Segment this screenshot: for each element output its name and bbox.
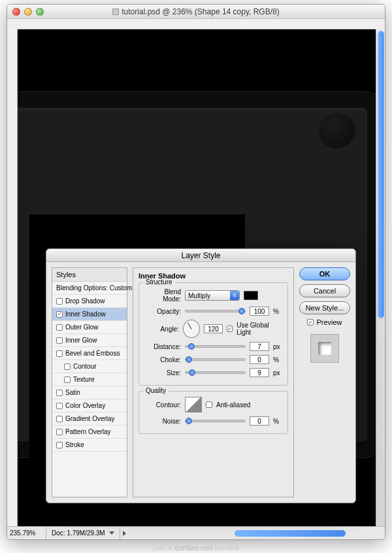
cancel-button[interactable]: Cancel bbox=[299, 284, 350, 297]
noise-label: Noise: bbox=[144, 418, 181, 425]
style-item-label: Pattern Overlay bbox=[65, 428, 110, 435]
style-item-label: Color Overlay bbox=[65, 402, 105, 409]
style-item-color-overlay[interactable]: Color Overlay bbox=[52, 399, 127, 412]
style-item-label: Contour bbox=[73, 363, 97, 370]
style-item-drop-shadow[interactable]: Drop Shadow bbox=[52, 295, 127, 308]
style-checkbox[interactable] bbox=[56, 416, 63, 422]
opacity-field[interactable]: 100 bbox=[250, 307, 269, 316]
noise-slider[interactable] bbox=[185, 420, 246, 422]
style-item-label: Outer Glow bbox=[65, 324, 99, 331]
style-item-label: Stroke bbox=[65, 441, 84, 448]
zoom-field[interactable]: 235.79% bbox=[7, 527, 46, 539]
scrollbar-horizontal-thumb[interactable] bbox=[235, 530, 346, 537]
angle-field[interactable]: 120 bbox=[204, 324, 222, 333]
styles-header[interactable]: Styles bbox=[52, 268, 127, 282]
style-item-inner-glow[interactable]: Inner Glow bbox=[52, 334, 127, 347]
chevron-right-icon[interactable] bbox=[123, 531, 126, 536]
style-item-outer-glow[interactable]: Outer Glow bbox=[52, 321, 127, 334]
anti-aliased-label: Anti-aliased bbox=[216, 401, 250, 409]
style-checkbox[interactable] bbox=[56, 350, 63, 357]
contour-picker[interactable] bbox=[185, 397, 202, 412]
style-item-contour[interactable]: Contour bbox=[52, 360, 127, 373]
contour-label: Contour: bbox=[144, 401, 181, 409]
styles-list: Styles Blending Options: Custom Drop Sha… bbox=[52, 267, 127, 497]
style-item-label: Inner Glow bbox=[65, 337, 97, 344]
style-checkbox[interactable] bbox=[56, 429, 63, 435]
window-title: tutorial.psd @ 236% (Shape 14 copy, RGB/… bbox=[122, 7, 279, 16]
size-field[interactable]: 9 bbox=[250, 368, 269, 377]
choke-label: Choke: bbox=[144, 356, 181, 363]
style-checkbox[interactable] bbox=[56, 390, 63, 396]
global-light-label: Use Global Light bbox=[237, 322, 282, 336]
choke-slider[interactable] bbox=[185, 358, 246, 361]
preview-checkbox[interactable] bbox=[307, 319, 314, 326]
document-icon bbox=[112, 8, 119, 15]
noise-field[interactable]: 0 bbox=[250, 416, 269, 426]
titlebar: tutorial.psd @ 236% (Shape 14 copy, RGB/… bbox=[7, 5, 385, 19]
choke-field[interactable]: 0 bbox=[250, 355, 269, 364]
opacity-label: Opacity: bbox=[144, 308, 181, 315]
structure-legend: Structure bbox=[143, 278, 175, 286]
angle-label: Angle: bbox=[144, 326, 179, 333]
style-item-inner-shadow[interactable]: Inner Shadow bbox=[52, 308, 127, 321]
chevron-updown-icon: ⇅ bbox=[230, 291, 239, 300]
angle-dial[interactable] bbox=[183, 320, 201, 338]
style-item-gradient-overlay[interactable]: Gradient Overlay bbox=[52, 412, 127, 426]
preview-label: Preview bbox=[316, 318, 342, 326]
watermark: post at iconfans.com iconfans bbox=[0, 545, 392, 552]
anti-aliased-checkbox[interactable] bbox=[206, 401, 212, 408]
style-item-satin[interactable]: Satin bbox=[52, 386, 127, 399]
style-item-bevel-and-emboss[interactable]: Bevel and Emboss bbox=[52, 347, 127, 360]
chevron-down-icon[interactable] bbox=[109, 531, 114, 535]
distance-slider[interactable] bbox=[185, 345, 246, 348]
blending-options-item[interactable]: Blending Options: Custom bbox=[52, 282, 127, 295]
style-item-texture[interactable]: Texture bbox=[52, 373, 127, 386]
style-item-label: Satin bbox=[65, 389, 80, 396]
style-checkbox[interactable] bbox=[56, 337, 63, 344]
style-item-label: Texture bbox=[73, 376, 95, 383]
style-item-label: Inner Shadow bbox=[65, 310, 106, 318]
style-checkbox[interactable] bbox=[64, 363, 71, 370]
blend-mode-select[interactable]: Multiply⇅ bbox=[185, 290, 240, 301]
style-checkbox[interactable] bbox=[56, 311, 63, 318]
shadow-color-swatch[interactable] bbox=[244, 291, 258, 300]
dialog-buttons: OK Cancel New Style... Preview bbox=[299, 267, 350, 497]
style-checkbox[interactable] bbox=[64, 377, 71, 383]
effect-settings-panel: Inner Shadow Structure Blend Mode: Multi… bbox=[133, 267, 294, 497]
style-item-label: Gradient Overlay bbox=[65, 415, 115, 422]
style-item-label: Drop Shadow bbox=[65, 297, 105, 305]
distance-field[interactable]: 7 bbox=[250, 342, 269, 351]
quality-legend: Quality bbox=[143, 387, 169, 394]
style-checkbox[interactable] bbox=[56, 442, 63, 448]
global-light-checkbox[interactable] bbox=[227, 326, 233, 332]
style-checkbox[interactable] bbox=[56, 324, 63, 331]
layer-style-dialog: Layer Style Styles Blending Options: Cus… bbox=[46, 248, 356, 503]
size-slider[interactable] bbox=[185, 371, 246, 374]
style-item-pattern-overlay[interactable]: Pattern Overlay bbox=[52, 426, 127, 439]
scrollbar-vertical[interactable] bbox=[376, 29, 385, 526]
blend-mode-label: Blend Mode: bbox=[144, 288, 181, 303]
style-item-stroke[interactable]: Stroke bbox=[52, 439, 127, 452]
ruler-horizontal[interactable] bbox=[18, 19, 376, 29]
preview-swatch bbox=[310, 334, 339, 363]
opacity-slider[interactable] bbox=[185, 310, 246, 312]
dialog-title: Layer Style bbox=[46, 249, 355, 262]
style-checkbox[interactable] bbox=[56, 403, 63, 409]
doc-size[interactable]: Doc: 1.79M/29.3M bbox=[46, 527, 120, 539]
style-checkbox[interactable] bbox=[56, 298, 63, 305]
ok-button[interactable]: OK bbox=[299, 267, 350, 280]
distance-label: Distance: bbox=[144, 343, 181, 350]
style-item-label: Bevel and Emboss bbox=[65, 350, 120, 357]
size-label: Size: bbox=[144, 369, 181, 377]
ruler-vertical[interactable] bbox=[7, 29, 18, 526]
status-bar: 235.79% Doc: 1.79M/29.3M bbox=[7, 526, 385, 539]
new-style-button[interactable]: New Style... bbox=[299, 301, 350, 314]
scrollbar-thumb[interactable] bbox=[378, 31, 384, 318]
